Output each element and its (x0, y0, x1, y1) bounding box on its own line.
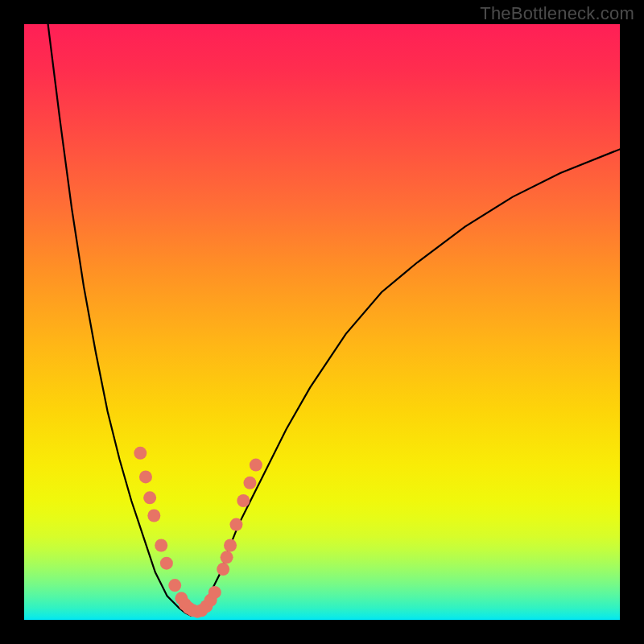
sample-point (208, 586, 221, 599)
plot-svg (24, 24, 620, 620)
sample-point (160, 557, 173, 570)
sample-point (237, 494, 250, 507)
sample-point (134, 447, 147, 460)
sample-point (147, 510, 160, 522)
sample-point (155, 539, 167, 552)
sample-point (217, 563, 229, 576)
sample-points-left (134, 447, 204, 618)
sample-point (168, 579, 181, 592)
watermark-text: TheBottleneck.com (480, 3, 634, 24)
curve-right (191, 149, 620, 615)
sample-points-right (196, 459, 262, 617)
sample-point (229, 518, 242, 531)
plot-area (24, 24, 620, 620)
sample-point (143, 491, 156, 504)
curve-left (48, 24, 192, 616)
sample-point (243, 477, 256, 489)
sample-point (221, 551, 233, 564)
sample-point (224, 539, 237, 552)
sample-point (250, 459, 262, 472)
sample-point (139, 470, 152, 483)
chart-container: TheBottleneck.com (0, 0, 644, 644)
